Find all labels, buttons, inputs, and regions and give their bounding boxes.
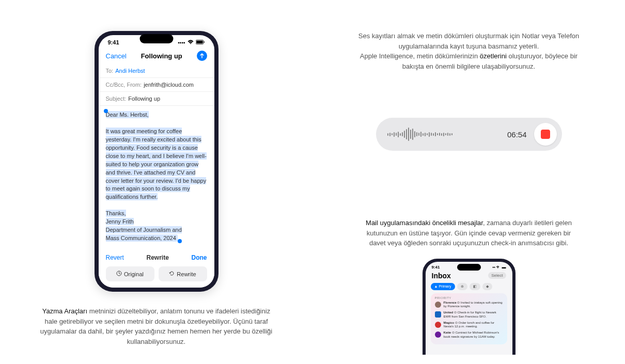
body-sig1: Jenny Frith [106,218,134,225]
right-column: Ses kayıtları almak ve metin dökümleri o… [312,0,625,364]
battery-icon [196,40,205,45]
caption-bold: Yazma Araçları [42,307,87,315]
rt1-bold: özetlerini [480,52,507,60]
caption-writing-tools: Yazma Araçları metninizi düzeltebiliyor,… [38,306,275,346]
phone-mockup-mail: 9:41 ▪▪▪▪ Cancel Following up [95,31,218,292]
person-icon: ▲ [434,284,438,288]
cc-field[interactable]: Cc/Bcc, From: jenfrith@icloud.com [99,78,214,92]
mail-compose-header: Cancel Following up [99,48,214,64]
status-time: 9:41 [108,39,119,45]
select-button[interactable]: Select [488,272,506,279]
audio-recorder-widget: 06:54 [376,118,562,151]
avatar [435,322,441,328]
revert-button[interactable]: Revert [106,254,124,261]
header-title: Following up [141,52,182,60]
caption-priority-mail: Mail uygulamasındaki öncelikli mesajlar,… [361,218,577,248]
to-label: To: [106,68,114,74]
inbox-tabs: ▲ Primary ⊕ ◧ ◆ [426,283,512,293]
body-paragraph: It was great meeting for coffee yesterda… [106,128,207,200]
stop-record-button[interactable] [534,123,557,146]
list-item[interactable]: United ⊙ Check-in for flight to Newark E… [435,311,503,319]
rt1-line1: Ses kayıtları almak ve metin dökümleri o… [358,32,580,50]
body-sig3: Mass Communication, 2024 [106,235,176,241]
selection-handle-end[interactable] [178,239,182,243]
tab-updates[interactable]: ◧ [470,283,480,290]
done-button[interactable]: Done [191,254,207,261]
clock-icon [116,271,122,277]
dynamic-island [139,34,173,43]
rewrite-title: Rewrite [146,254,168,261]
waveform [387,126,500,142]
avatar [435,302,441,308]
send-button[interactable] [197,51,207,61]
body-sig2: Department of Journalism and [106,227,182,233]
to-value: Andi Herbst [115,68,145,74]
list-item[interactable]: Florence ⊙ Invited to izakaya soft openi… [435,301,503,309]
tag-icon: ◆ [486,284,489,289]
subject-label: Subject: [106,96,127,102]
caption-audio-summary: Ses kayıtları almak ve metin dökümleri o… [355,31,583,71]
body-thanks: Thanks, [106,210,126,216]
status-time-2: 9:41 [432,265,440,270]
wifi-icon [187,40,194,45]
svg-rect-2 [204,41,204,43]
selection-handle-start[interactable] [104,109,108,113]
priority-card: PRIORITY Florence ⊙ Invited to izakaya s… [431,293,507,344]
rt2-bold: Mail uygulamasındaki öncelikli mesajlar [366,219,483,227]
stop-icon [541,130,550,139]
subject-value: Following up [128,96,160,102]
avatar [435,311,441,318]
cc-label: Cc/Bcc, From: [106,82,142,88]
list-item[interactable]: Magico ⊙ Order lunch and coffee for Nest… [435,321,503,329]
body-greeting: Dear Ms. Herbst, [106,112,149,118]
priority-label: PRIORITY [435,296,503,299]
refresh-icon [169,271,175,277]
writing-tools-footer: Revert Rewrite Done Original [99,249,214,288]
dynamic-island-2 [457,264,481,271]
cart-icon: ⊕ [461,284,464,289]
list-item[interactable]: Katie ⊙ Contract for Michael Robinson's … [435,331,503,339]
tab-primary[interactable]: ▲ Primary [431,283,455,290]
rewrite-button[interactable]: Rewrite [159,266,207,281]
recording-time: 06:54 [507,130,527,139]
phone-mockup-inbox: 9:41 ▪▪ ᯤ ▬ Inbox Select ▲ Primary ⊕ ◧ [423,259,515,362]
tab-promotions[interactable]: ◆ [482,283,492,290]
left-column: 9:41 ▪▪▪▪ Cancel Following up [0,0,312,364]
cancel-button[interactable]: Cancel [106,52,127,60]
avatar [435,331,441,338]
mail-body[interactable]: Dear Ms. Herbst, It was great meeting fo… [99,106,214,248]
to-field[interactable]: To: Andi Herbst [99,64,214,78]
rt1-line2a: Apple Intelligence, metin dökümlerinizin [360,52,480,60]
cc-value: jenfrith@icloud.com [144,82,194,88]
status-icons-2: ▪▪ ᯤ ▬ [492,265,506,270]
inbox-title: Inbox [432,272,451,280]
signal-icon: ▪▪▪▪ [178,40,185,45]
subject-field[interactable]: Subject: Following up [99,92,214,106]
chat-icon: ◧ [473,284,477,289]
svg-rect-1 [196,40,203,43]
tab-transactions[interactable]: ⊕ [457,283,467,290]
original-button[interactable]: Original [106,266,154,281]
